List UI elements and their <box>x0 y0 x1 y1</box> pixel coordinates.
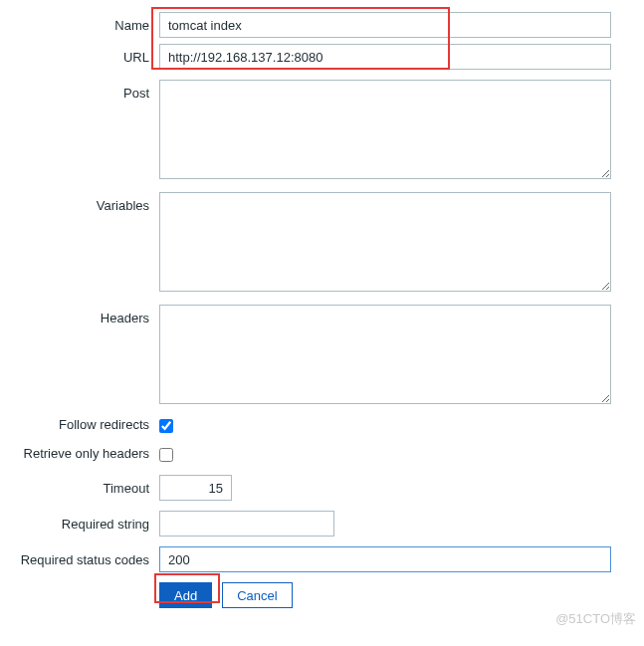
required-status-codes-label: Required status codes <box>0 546 159 567</box>
retrieve-only-headers-label: Retrieve only headers <box>0 446 159 461</box>
timeout-label: Timeout <box>0 475 159 496</box>
required-string-input[interactable] <box>159 511 334 537</box>
post-textarea[interactable] <box>159 80 611 179</box>
required-string-label: Required string <box>0 511 159 532</box>
variables-textarea[interactable] <box>159 192 611 292</box>
headers-textarea[interactable] <box>159 305 611 404</box>
post-label: Post <box>0 80 159 101</box>
retrieve-only-headers-checkbox[interactable] <box>159 448 173 462</box>
name-label: Name <box>0 12 159 33</box>
variables-label: Variables <box>0 192 159 213</box>
url-label: URL <box>0 44 159 65</box>
add-button[interactable]: Add <box>159 582 212 608</box>
follow-redirects-label: Follow redirects <box>0 417 159 432</box>
required-status-codes-input[interactable] <box>159 546 611 572</box>
watermark-text: @51CTO博客 <box>555 610 636 628</box>
name-input[interactable] <box>159 12 611 38</box>
cancel-button[interactable]: Cancel <box>222 582 292 608</box>
headers-label: Headers <box>0 305 159 325</box>
timeout-input[interactable] <box>159 475 232 501</box>
url-input[interactable] <box>159 44 611 70</box>
follow-redirects-checkbox[interactable] <box>159 419 173 433</box>
